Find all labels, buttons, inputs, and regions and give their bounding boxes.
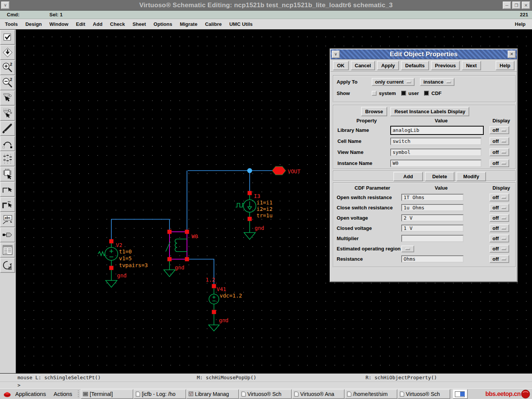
redhat-menu-icon[interactable] <box>3 390 11 398</box>
instance-w0-selected[interactable]: W0 gnd <box>164 230 198 277</box>
taskbar-window-virtuoso-sch-2[interactable]: Virtuoso® Sch <box>397 389 450 399</box>
ruler-grid-button[interactable] <box>0 151 15 166</box>
menu-edit[interactable]: Edit <box>75 21 87 28</box>
wire-name-button[interactable]: abc <box>0 212 15 227</box>
pin-button[interactable] <box>0 227 15 242</box>
menu-add[interactable]: Add <box>92 21 103 28</box>
browse-button[interactable]: Browse <box>361 107 387 116</box>
stretch-instance-button[interactable] <box>0 106 15 121</box>
menu-umc-utils[interactable]: UMC Utils <box>228 21 253 28</box>
apply-target-dropdown[interactable]: instance <box>420 78 454 86</box>
help-button[interactable]: Help <box>496 61 515 70</box>
net-wires[interactable] <box>111 171 272 286</box>
menu-options[interactable]: Options <box>152 21 173 28</box>
delete-button[interactable]: Delete <box>425 172 454 181</box>
command-prompt-row[interactable]: > <box>0 382 532 388</box>
multiplier-input[interactable] <box>401 235 464 242</box>
i3-param-tr[interactable]: tr=1u <box>256 212 272 218</box>
taskbar-window-virtuoso-sch-1[interactable]: Virtuoso® Sch <box>239 389 292 399</box>
add-button[interactable]: Add <box>393 172 423 181</box>
menu-tools[interactable]: Tools <box>4 21 19 28</box>
zoom-out-2x-button[interactable]: 2 <box>0 75 15 90</box>
estimated-operating-region-display-dropdown[interactable]: off <box>489 245 509 253</box>
instance-v41[interactable]: 1.2 V41 vdc=1.2 gnd <box>206 277 242 331</box>
minimize-button[interactable]: ─ <box>503 2 511 9</box>
next-button[interactable]: Next <box>462 61 481 70</box>
v41-gnd-label[interactable]: gnd <box>219 317 228 323</box>
zoom-in-2x-button[interactable]: 2 <box>0 60 15 75</box>
i3-param-i1[interactable]: i1=i1 <box>256 200 272 206</box>
reset-instance-labels-button[interactable]: Reset Instance Labels Display <box>390 107 469 116</box>
v41-name-label[interactable]: V41 <box>217 286 226 292</box>
open-switch-resistance-display-dropdown[interactable]: off <box>489 193 509 201</box>
vout-pin-hexagon[interactable] <box>272 166 286 175</box>
menu-design[interactable]: Design <box>24 21 43 28</box>
w0-selection-box[interactable] <box>169 232 187 259</box>
taskbar-window-home-test-sim[interactable]: /home/test/sim <box>345 389 397 399</box>
check-and-save-button[interactable] <box>0 30 15 45</box>
previous-button[interactable]: Previous <box>431 61 460 70</box>
w0-pin-br[interactable] <box>185 257 189 261</box>
v41-bottom-pin[interactable] <box>212 310 216 314</box>
i3-param-i2[interactable]: i2=i2 <box>256 206 272 212</box>
i3-name-label[interactable]: I3 <box>254 193 260 199</box>
taskbar-window-terminal[interactable]: [Terminal] <box>81 389 133 399</box>
cell-name-display-dropdown[interactable]: off <box>489 137 509 145</box>
open-voltage-input[interactable] <box>401 214 464 222</box>
cancel-button[interactable]: Cancel <box>351 61 375 70</box>
w0-pin-tr[interactable] <box>185 230 189 234</box>
system-checkbox[interactable] <box>372 91 377 96</box>
dialog-close-icon[interactable]: ✕ <box>508 51 516 58</box>
copy-instance-button[interactable] <box>0 90 15 106</box>
instance-name-input[interactable] <box>390 160 481 167</box>
menu-help[interactable]: Help <box>514 21 527 28</box>
v2-param-t1[interactable]: t1=0 <box>119 249 132 255</box>
modify-button[interactable]: Modify <box>456 172 486 181</box>
view-name-input[interactable] <box>390 149 481 156</box>
menu-sheet[interactable]: Sheet <box>131 21 147 28</box>
options-form-button[interactable] <box>0 242 15 258</box>
i3-bottom-pin[interactable] <box>248 217 252 221</box>
v2-param-v1[interactable]: v1=5 <box>119 255 132 261</box>
w0-name-label[interactable]: W0 <box>192 233 198 239</box>
v41-top-pin[interactable] <box>212 284 216 288</box>
instance-i3[interactable]: I3 i1=i1 i2=i2 tr=1u gnd <box>236 191 272 240</box>
library-name-input[interactable] <box>390 126 484 135</box>
instance-v2[interactable]: V2 t1=0 v1=5 tvpairs=3 gnd <box>98 239 148 288</box>
w0-pin-tl[interactable] <box>168 230 172 234</box>
v2-name-label[interactable]: V2 <box>116 242 122 248</box>
narrow-wire-button[interactable] <box>0 182 15 197</box>
close-button[interactable]: ✕ <box>522 2 530 9</box>
vout-net-label[interactable]: VOUT <box>288 168 301 174</box>
actions-menu[interactable]: Actions <box>54 391 72 397</box>
repeat-button[interactable] <box>0 258 15 273</box>
hop-route-button[interactable] <box>0 136 15 151</box>
w0-pin-bl[interactable] <box>168 257 172 261</box>
workspace-pager[interactable] <box>453 389 468 399</box>
resistance-input[interactable] <box>401 255 464 263</box>
applications-menu[interactable]: Applications <box>15 391 46 397</box>
close-switch-resistance-display-dropdown[interactable]: off <box>489 204 509 212</box>
taskbar-window-virtuoso-analog[interactable]: Virtuoso® Ana <box>292 389 345 399</box>
multiplier-display-dropdown[interactable]: off <box>489 234 509 242</box>
v2-top-pin[interactable] <box>109 239 114 244</box>
closed-voltage-display-dropdown[interactable]: off <box>489 224 509 232</box>
user-checkbox[interactable] <box>401 91 406 96</box>
resistance-display-dropdown[interactable]: off <box>489 255 509 263</box>
open-voltage-display-dropdown[interactable]: off <box>489 214 509 222</box>
v41-param-vdc[interactable]: vdc=1.2 <box>220 293 242 299</box>
i3-gnd-label[interactable]: gnd <box>255 225 264 231</box>
library-name-display-dropdown[interactable]: off <box>489 126 509 134</box>
ok-button[interactable]: OK <box>333 61 349 70</box>
instance-button[interactable] <box>0 166 15 182</box>
wire-stroke-button[interactable] <box>0 121 15 136</box>
instance-name-display-dropdown[interactable]: off <box>489 159 509 167</box>
taskbar-window-icfb-log[interactable]: [icfb - Log: /ho <box>133 389 186 399</box>
v41-net-label[interactable]: 1.2 <box>206 277 215 283</box>
closed-voltage-input[interactable] <box>401 225 464 232</box>
apply-scope-dropdown[interactable]: only current <box>372 78 415 86</box>
menu-window[interactable]: Window <box>48 21 70 28</box>
cdf-checkbox[interactable] <box>424 91 429 96</box>
open-switch-resistance-input[interactable] <box>401 194 464 201</box>
defaults-button[interactable]: Defaults <box>401 61 429 70</box>
